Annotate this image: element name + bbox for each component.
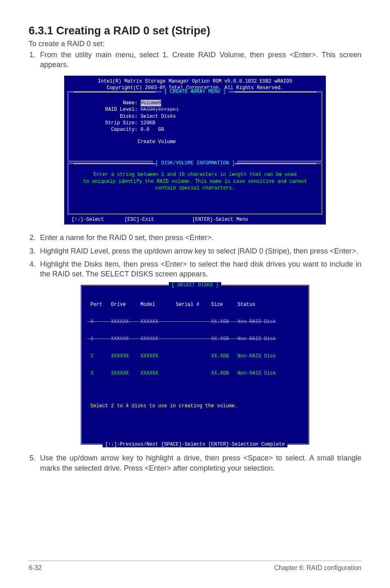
step-3: Highlight RAID Level, press the up/down … [38,246,361,256]
step-1: From the utility main menu, select 1. Cr… [38,50,361,70]
help-line-3: contain special characters. [73,185,317,191]
select-disks-footer-keys: [↑↓]-Previous/Next [SPACE]-Selects [ENTE… [103,442,287,447]
chapter-title: Chapter 6: RAID configuration [274,564,361,572]
page-footer: 6-32 Chapter 6: RAID configuration [29,561,361,572]
bios-header-line1: Intel(R) Matrix Storage Manager Option R… [67,78,323,85]
disk-volume-info-title: [ DISK/VOLUME INFORMATION ] [73,160,317,166]
value-disks: Select Disks [141,114,176,119]
create-volume-action: Create Volume [137,139,176,145]
disk-row-2: 2 XXXXXX XXXXXX XX.XGB Non-RAID Disk [87,353,303,359]
steps-list: From the utility main menu, select 1. Cr… [29,50,361,70]
help-line-1: Enter a string between 1 and 16 characte… [73,171,317,178]
section-heading: 6.3.1 Creating a RAID 0 set (Stripe) [29,25,361,37]
disk-row-3: 3 XXXXXX XXXXXX XX.XGB Non-RAID Disk [87,370,303,376]
disk-volume-info-frame: [ DISK/VOLUME INFORMATION ] Enter a stri… [67,163,323,215]
bios-create-array-screen: Intel(R) Matrix Storage Manager Option R… [64,76,326,225]
label-disks: Disks: [120,114,137,119]
label-capacity: Capacity: [111,127,138,132]
disk-row-0: 0 XXXXXX XXXXXX XX.XGB Non-RAID Disk [87,319,303,325]
intro-text: To create a RAID 0 set: [29,40,361,48]
select-disks-note: Select 2 to 4 disks to use in creating t… [87,403,303,409]
label-strip-size: Strip Size: [105,120,137,126]
steps-list-cont: Enter a name for the RAID 0 set, then pr… [29,233,361,279]
step-2: Enter a name for the RAID 0 set, then pr… [38,233,361,242]
create-array-frame: [ CREATE ARRAY MENU ] Name: Volume0 RAID… [67,91,323,162]
select-disks-title: [ SELECT DISKS ] [169,282,221,288]
bios-select-disks-screen: [ SELECT DISKS ] Port Drive Model Serial… [81,285,309,445]
create-array-menu-title: [ CREATE ARRAY MENU ] [73,88,317,95]
value-capacity: 0.0 GB [141,127,164,132]
label-name: Name: [123,100,137,106]
select-disks-header-row: Port Drive Model Serial # Size Status [87,302,303,307]
value-raid-level: RAID0(Stripe) [141,107,179,112]
label-raid-level: RAID Level: [105,107,137,112]
help-line-2: to uniquely identify the RAID volume. Th… [73,178,317,185]
disk-row-1: 1 XXXXXX XXXXXX XX.XGB Non-RAID Disk [87,336,303,342]
step-5: Use the up/down arrow key to highlight a… [38,453,361,473]
steps-list-cont2: Use the up/down arrow key to highlight a… [29,453,361,473]
step-4: Highlight the Disks item, then press <En… [38,259,361,279]
page-number: 6-32 [29,564,42,572]
value-name: Volume0 [141,100,161,106]
value-strip-size: 128KB [141,120,155,126]
bios-footer-keys: [↑↓]-Select [ESC]-Exit [ENTER]-Select Me… [67,215,323,224]
